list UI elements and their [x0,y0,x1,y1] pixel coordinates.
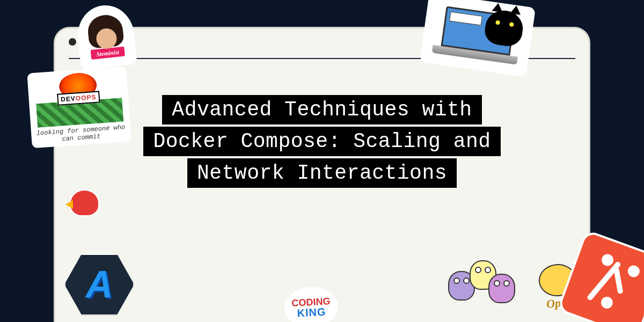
title-line-1: Advanced Techniques with [162,95,481,125]
title-line-3: Network Interactions [187,158,457,188]
sticker-devoops: DEVOOPS looking for someone who can comm… [27,67,131,149]
devoops-oops: OOPS [75,93,97,103]
avatar-hair [86,13,125,48]
devoops-dev: DEV [61,94,76,103]
avatar-face [95,27,118,50]
bird-beak [65,200,73,209]
sticker-steminist: Steminist [75,3,137,70]
title-line-2: Docker Compose: Scaling and [143,127,500,156]
error-dialog-icon [449,12,482,26]
sticker-gophers [448,260,523,322]
hexagon-shape: A [64,254,134,316]
sticker-red-bird [62,182,107,223]
letter-a-icon: A [86,263,113,306]
king-text: KING [297,306,326,318]
sticker-hexagon-a: A [62,244,137,322]
gopher-icon [488,274,515,303]
bird-icon [70,189,99,216]
cat-icon [483,8,525,48]
webcam-dot [69,38,76,46]
